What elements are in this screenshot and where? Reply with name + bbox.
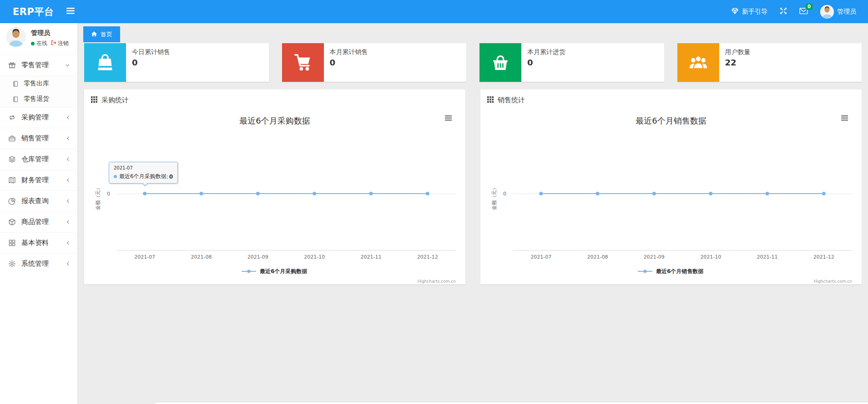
x-tick-label: 2021-10 xyxy=(700,254,721,260)
stat-card-value: 0 xyxy=(527,58,565,67)
chart-credits[interactable]: Highcharts.com.cn xyxy=(814,279,852,284)
stat-card-month-sales: 本月累计销售0 xyxy=(282,43,467,82)
sidebar-item-label: 采购管理 xyxy=(21,113,49,122)
purchase-stats-panel: 采购统计 最近6个月采购数据0金额（元）2021-072021-082021-0… xyxy=(84,90,465,284)
data-point[interactable] xyxy=(709,192,712,195)
x-tick-label: 2021-12 xyxy=(417,254,438,260)
sidebar-item-label: 零售退货 xyxy=(24,95,49,103)
svg-text:最近6个月采购数据: 最近6个月采购数据 xyxy=(260,268,307,274)
gift-icon xyxy=(8,61,17,69)
chevron-left-icon xyxy=(66,219,70,224)
journal-icon xyxy=(12,80,20,87)
basket-icon xyxy=(479,43,521,82)
x-tick-label: 2021-08 xyxy=(587,254,608,260)
cube-icon xyxy=(8,218,17,226)
purchase-chart-svg: 最近6个月采购数据0金额（元）2021-072021-082021-092021… xyxy=(84,108,465,284)
data-point[interactable] xyxy=(369,192,373,195)
sales-chart-svg: 最近6个月销售数据0金额（元）2021-072021-082021-092021… xyxy=(480,108,862,284)
chart-legend[interactable]: 最近6个月销售数据 xyxy=(638,268,703,274)
online-dot-icon xyxy=(31,42,35,45)
navbar-right: 新手引导 0 管理员 xyxy=(731,5,868,19)
sidebar-toggle-button[interactable] xyxy=(63,4,78,20)
chart-legend[interactable]: 最近6个月采购数据 xyxy=(242,268,307,274)
avatar xyxy=(6,27,26,47)
chevron-left-icon xyxy=(66,178,70,183)
pie-chart-icon xyxy=(8,197,17,205)
data-point[interactable] xyxy=(143,192,146,195)
gear-icon xyxy=(8,260,17,268)
sidebar-item-product[interactable]: 商品管理 xyxy=(0,211,77,232)
stat-card-value: 0 xyxy=(330,58,368,67)
panel-title: 销售统计 xyxy=(498,96,525,105)
avatar xyxy=(820,5,834,19)
sidebar-item-report[interactable]: 报表查询 xyxy=(0,190,77,211)
gem-icon xyxy=(731,7,739,16)
x-tick-label: 2021-09 xyxy=(247,254,268,260)
stat-card-month-purchase: 本月累计进货0 xyxy=(479,43,664,82)
chart-context-menu-icon[interactable] xyxy=(841,115,848,120)
data-point[interactable] xyxy=(256,192,260,195)
data-point[interactable] xyxy=(822,192,826,195)
user-menu[interactable]: 管理员 xyxy=(820,5,856,19)
sidebar-item-warehouse[interactable]: 仓库管理 xyxy=(0,149,77,170)
x-tick-label: 2021-10 xyxy=(304,254,325,260)
sidebar-item-sales[interactable]: 销售管理 xyxy=(0,128,77,149)
sidebar-item-label: 财务管理 xyxy=(21,176,49,185)
data-point[interactable] xyxy=(539,192,543,195)
sidebar-submenu-retail: 零售出库零售退货 xyxy=(0,75,77,107)
sign-out-icon xyxy=(51,40,56,47)
home-icon xyxy=(91,31,97,38)
y-axis-title: 金额（元） xyxy=(95,185,101,210)
data-point[interactable] xyxy=(596,192,600,195)
chart-title: 最近6个月采购数据 xyxy=(239,116,310,125)
y-tick-label: 0 xyxy=(503,191,506,197)
expand-icon xyxy=(780,7,787,16)
journal-icon xyxy=(12,96,20,103)
chart-title: 最近6个月销售数据 xyxy=(636,116,706,125)
sidebar-item-retail-return[interactable]: 零售退货 xyxy=(0,91,77,107)
chart-panels: 采购统计 最近6个月采购数据0金额（元）2021-072021-082021-0… xyxy=(84,90,862,284)
ledger-icon xyxy=(8,176,17,184)
data-point[interactable] xyxy=(426,192,429,195)
data-point[interactable] xyxy=(766,192,769,195)
grid-icon xyxy=(8,239,17,247)
app-brand: ERP平台 xyxy=(0,5,63,18)
sidebar: 管理员 在线 注销 零售管理零售出库零售退货采购管理销售管理仓库管理财务管理报表… xyxy=(0,23,78,404)
footer xyxy=(156,402,868,404)
chart-context-menu-icon[interactable] xyxy=(445,115,452,120)
sidebar-item-label: 基本资料 xyxy=(21,239,49,247)
data-point[interactable] xyxy=(313,192,316,195)
guide-label: 新手引导 xyxy=(742,8,767,16)
sidebar-user-panel: 管理员 在线 注销 xyxy=(0,23,77,50)
chevron-left-icon xyxy=(66,157,70,162)
chevron-down-icon xyxy=(65,63,70,67)
y-axis-title: 金额（元） xyxy=(491,185,497,210)
hamburger-icon xyxy=(66,7,75,16)
top-navbar: ERP平台 新手引导 0 管理员 xyxy=(0,0,868,23)
sidebar-item-purchase[interactable]: 采购管理 xyxy=(0,107,77,128)
x-tick-label: 2021-12 xyxy=(813,254,834,260)
x-tick-label: 2021-09 xyxy=(644,254,665,260)
fullscreen-button[interactable] xyxy=(780,7,787,16)
x-tick-label: 2021-07 xyxy=(134,254,155,260)
sidebar-item-retail-outbound[interactable]: 零售出库 xyxy=(0,76,77,91)
tab-home[interactable]: 首页 xyxy=(83,26,120,42)
sidebar-item-system[interactable]: 系统管理 xyxy=(0,253,77,274)
chart-credits[interactable]: Highcharts.com.cn xyxy=(418,279,456,284)
stat-card-value: 0 xyxy=(132,58,170,67)
chevron-left-icon xyxy=(66,115,70,120)
logout-link[interactable]: 注销 xyxy=(51,40,69,47)
stat-card-today-sales: 今日累计销售0 xyxy=(84,43,269,82)
data-point[interactable] xyxy=(652,192,656,195)
data-point[interactable] xyxy=(200,192,203,195)
th-grid-icon xyxy=(487,96,494,105)
briefcase-icon xyxy=(8,135,17,142)
messages-button[interactable]: 0 xyxy=(799,7,808,16)
svg-text:最近6个月销售数据: 最近6个月销售数据 xyxy=(656,268,703,274)
sidebar-menu: 零售管理零售出库零售退货采购管理销售管理仓库管理财务管理报表查询商品管理基本资料… xyxy=(0,55,77,274)
sidebar-item-basic-data[interactable]: 基本资料 xyxy=(0,232,77,253)
sidebar-item-finance[interactable]: 财务管理 xyxy=(0,170,77,190)
guide-button[interactable]: 新手引导 xyxy=(731,7,767,16)
sidebar-item-retail[interactable]: 零售管理 xyxy=(0,55,77,75)
repeat-icon xyxy=(8,114,17,121)
